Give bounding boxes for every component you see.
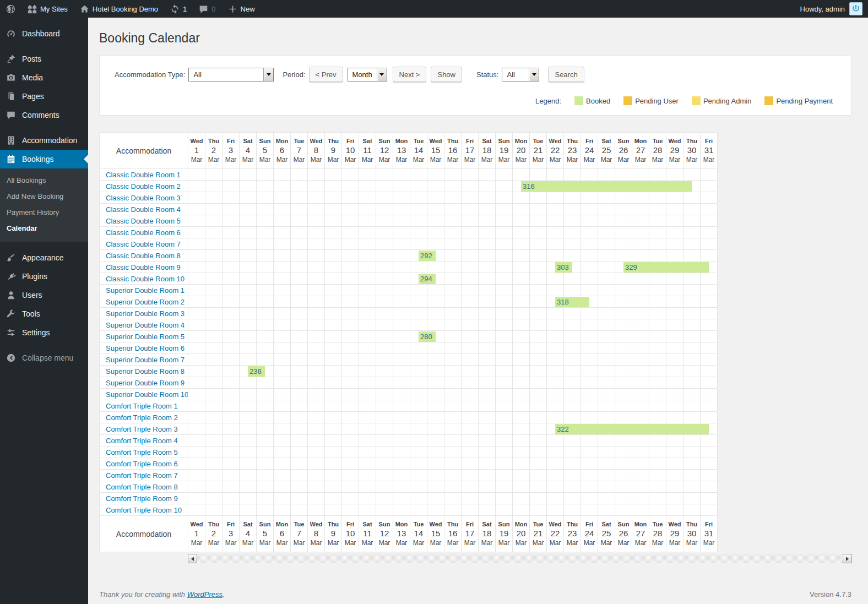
day-header: Fri17Mar (462, 516, 479, 552)
updates-menu[interactable]: 1 (164, 0, 193, 18)
status-select[interactable]: All (502, 68, 539, 81)
accommodation-type-value: All (189, 68, 263, 81)
submenu-item-all-bookings[interactable]: All Bookings (0, 172, 88, 188)
show-button[interactable]: Show (431, 67, 462, 82)
room-link[interactable]: Classic Double Room 7 (106, 240, 181, 248)
room-link[interactable]: Comfort Triple Room 8 (106, 483, 178, 491)
sidebar-item-label: Plugins (22, 272, 47, 281)
booking-bar[interactable]: 329 (623, 262, 709, 273)
booking-bar[interactable]: 322 (555, 424, 709, 434)
sidebar-item-media[interactable]: Media (0, 68, 88, 87)
period-select[interactable]: Month (348, 68, 387, 81)
day-header: Mon13Mar (393, 516, 410, 552)
room-link[interactable]: Superior Double Room 7 (106, 356, 185, 364)
avatar-glyph-icon (851, 4, 860, 13)
day-header: Wed1Mar (188, 133, 205, 169)
room-link[interactable]: Comfort Triple Room 10 (106, 506, 182, 514)
room-row: Comfort Triple Room 4 (100, 435, 718, 447)
room-link[interactable]: Comfort Triple Room 9 (106, 494, 178, 503)
booking-bar[interactable]: 294 (419, 274, 436, 284)
sidebar-item-accommodation[interactable]: Accommodation (0, 131, 88, 150)
sidebar-item-settings[interactable]: Settings (0, 323, 88, 342)
accommodation-type-select[interactable]: All (188, 68, 274, 81)
search-button[interactable]: Search (548, 67, 584, 82)
horizontal-scrollbar[interactable] (188, 554, 852, 563)
day-header: Thu23Mar (564, 516, 581, 552)
room-link[interactable]: Comfort Triple Room 1 (106, 402, 178, 410)
room-link[interactable]: Superior Double Room 5 (106, 333, 185, 341)
scroll-left-button[interactable] (188, 554, 197, 563)
howdy-admin-link[interactable]: Howdy, admin (800, 5, 845, 13)
room-link[interactable]: Superior Double Room 8 (106, 367, 185, 376)
prev-button[interactable]: < Prev (309, 67, 343, 82)
room-link[interactable]: Classic Double Room 2 (106, 182, 181, 191)
day-header: Wed29Mar (666, 516, 683, 552)
booking-bar[interactable]: 316 (521, 181, 692, 192)
sidebar-item-dashboard[interactable]: Dashboard (0, 24, 88, 43)
room-link[interactable]: Superior Double Room 9 (106, 379, 185, 387)
my-sites-menu[interactable]: My Sites (21, 0, 74, 18)
day-header: Sat11Mar (359, 516, 376, 552)
room-timeline (188, 169, 718, 181)
room-row: Comfort Triple Room 6 (100, 458, 718, 470)
media-icon (6, 72, 17, 83)
sidebar-item-tools[interactable]: Tools (0, 304, 88, 323)
room-link[interactable]: Classic Double Room 4 (106, 205, 181, 214)
sidebar-item-collapse[interactable]: Collapse menu (0, 349, 88, 367)
room-link[interactable]: Classic Double Room 9 (106, 263, 181, 271)
room-link[interactable]: Classic Double Room 6 (106, 228, 181, 237)
room-link[interactable]: Comfort Triple Room 6 (106, 460, 178, 468)
comments-menu[interactable]: 0 (193, 0, 221, 18)
sidebar-item-users[interactable]: Users (0, 286, 88, 304)
room-link[interactable]: Comfort Triple Room 4 (106, 437, 178, 445)
day-header: Mon20Mar (513, 133, 530, 169)
new-content-menu[interactable]: New (222, 0, 261, 18)
room-link[interactable]: Superior Double Room 3 (106, 309, 185, 318)
room-timeline (188, 435, 718, 447)
wordpress-link[interactable]: WordPress (187, 590, 223, 598)
bookings-icon (6, 154, 17, 165)
booking-bar[interactable]: 292 (419, 251, 436, 261)
room-link[interactable]: Classic Double Room 8 (106, 252, 181, 260)
room-link[interactable]: Superior Double Room 4 (106, 321, 185, 329)
room-timeline: 236 (188, 366, 718, 377)
room-link[interactable]: Classic Double Room 1 (106, 171, 181, 179)
room-link[interactable]: Superior Double Room 1 (106, 286, 185, 295)
day-header: Sat25Mar (598, 516, 615, 552)
sidebar-item-pages[interactable]: Pages (0, 87, 88, 106)
next-button[interactable]: Next > (393, 67, 427, 82)
avatar[interactable] (849, 2, 862, 15)
room-link[interactable]: Superior Double Room 2 (106, 298, 185, 306)
booking-bar[interactable]: 236 (248, 366, 265, 377)
room-timeline (188, 192, 718, 204)
sidebar-item-posts[interactable]: Posts (0, 50, 88, 68)
sidebar-item-bookings[interactable]: Bookings (0, 150, 88, 168)
footer-thanks: Thank you for creating with WordPress. (99, 590, 225, 598)
room-row: Classic Double Room 4 (100, 204, 718, 215)
submenu-item-calendar[interactable]: Calendar (0, 220, 88, 236)
room-link[interactable]: Classic Double Room 5 (106, 217, 181, 225)
day-header: Sat18Mar (479, 516, 496, 552)
day-header: Sat4Mar (240, 133, 257, 169)
room-link[interactable]: Comfort Triple Room 5 (106, 448, 178, 456)
sidebar-item-appearance[interactable]: Appearance (0, 248, 88, 267)
booking-bar[interactable]: 303 (555, 262, 572, 273)
booking-bar[interactable]: 280 (419, 331, 436, 342)
room-link[interactable]: Comfort Triple Room 7 (106, 471, 178, 480)
booking-bar[interactable]: 318 (555, 297, 589, 307)
room-timeline (188, 412, 718, 423)
wordpress-logo[interactable] (0, 0, 21, 18)
sidebar-item-plugins[interactable]: Plugins (0, 267, 88, 286)
scroll-right-button[interactable] (843, 554, 852, 563)
room-link[interactable]: Comfort Triple Room 3 (106, 425, 178, 433)
sidebar-item-comments[interactable]: Comments (0, 106, 88, 124)
room-link[interactable]: Comfort Triple Room 2 (106, 413, 178, 422)
room-link[interactable]: Classic Double Room 3 (106, 194, 181, 202)
day-header: Mon6Mar (274, 133, 291, 169)
submenu-item-payment-history[interactable]: Payment History (0, 204, 88, 220)
room-link[interactable]: Classic Double Room 10 (106, 275, 185, 283)
room-link[interactable]: Superior Double Room 10 (106, 390, 188, 399)
room-link[interactable]: Superior Double Room 6 (106, 344, 185, 352)
submenu-item-add-new-booking[interactable]: Add New Booking (0, 188, 88, 204)
site-name-menu[interactable]: Hotel Booking Demo (74, 0, 164, 18)
